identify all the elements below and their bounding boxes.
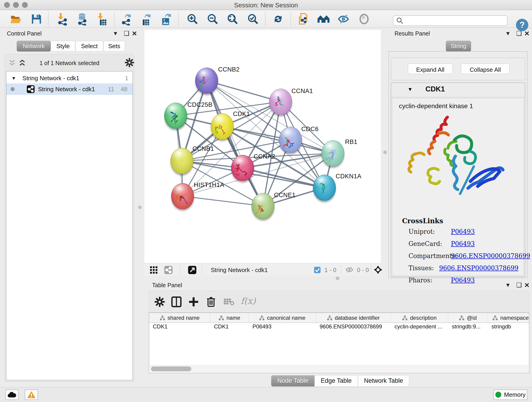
column-header-database-identifier[interactable]: database identifier [316,313,391,323]
export-image-button[interactable] [160,13,173,26]
warnings-button[interactable] [25,389,38,400]
zoom-in-button[interactable] [186,13,199,26]
expander-icon[interactable]: ▼ [408,86,413,92]
import-table-file-button[interactable] [96,13,109,26]
function-builder-icon[interactable]: f(x) [241,296,256,306]
panel-menu-icon[interactable]: ▼ [505,30,511,37]
node-ccna2[interactable] [231,155,254,181]
crosslink-value-link[interactable]: 9606.ENSP00000378699 [451,252,530,259]
vertical-splitter-handle[interactable] [383,151,387,154]
network-canvas[interactable]: CCNB2CCNA1CDC25BCDK1CDC6RB1CCNB1CCNA2CDK… [144,30,381,263]
crosslink-value-link[interactable]: P06493 [451,240,475,247]
tab-network[interactable]: Network [17,41,51,51]
import-network-file-button[interactable] [56,13,69,26]
panel-menu-icon[interactable]: ▼ [113,30,118,37]
table-cell[interactable]: P06493 [249,323,316,332]
crosslink-value-link[interactable]: 9606.ENSP00000378699 [439,264,519,272]
hidden-eye-icon[interactable] [345,266,354,274]
zoom-fit-button[interactable] [226,13,239,26]
zoom-selected-icon [247,13,259,25]
node-ccna1[interactable] [269,89,292,115]
node-hist1h1a[interactable] [171,183,194,209]
column-header-label: canonical name [267,315,305,321]
column-header-namespace[interactable]: namespace [488,313,529,323]
tab-style[interactable]: Style [51,41,75,51]
table-cell[interactable]: cyclin-dependent ... [391,323,448,332]
network-badge-gray-icon[interactable] [164,266,173,274]
vertical-splitter-handle[interactable] [138,206,142,209]
tab-node-table[interactable]: Node Table [271,375,315,387]
gear-icon[interactable] [125,58,134,67]
node-ccne1[interactable] [252,193,274,219]
crosslink-value-link[interactable]: P06493 [451,277,475,284]
tab-edge-table[interactable]: Edge Table [315,375,358,387]
zoom-out-button[interactable] [206,13,219,26]
add-column-icon[interactable] [189,297,199,307]
export-network-button[interactable] [120,13,133,26]
node-cdc25b[interactable] [164,103,187,129]
float-panel-icon[interactable]: ❑ [124,30,129,37]
column-header-name[interactable]: name [210,313,249,323]
tab-sets[interactable]: Sets [103,41,125,51]
first-neighbors-button[interactable] [317,13,330,26]
node-label-cdc6: CDC6 [301,126,319,133]
node-cdk1[interactable] [211,114,234,140]
collapse-all-button[interactable]: Collapse All [461,64,510,74]
birds-eye-toggle-icon[interactable] [374,265,383,274]
close-panel-icon[interactable]: ✕ [524,281,530,289]
node-rb1[interactable] [322,140,344,166]
node-ccnb2[interactable] [195,68,218,94]
open-in-new-window-icon[interactable] [188,266,196,274]
table-cell[interactable]: CDK1 [149,323,210,332]
float-panel-icon[interactable]: ❑ [516,281,522,289]
delete-column-icon[interactable] [206,296,216,307]
column-header-shared-name[interactable]: shared name [149,313,210,323]
show-hide-button[interactable] [337,13,350,26]
gear-icon[interactable] [155,297,165,307]
expander-icon[interactable]: ▼ [12,76,16,81]
panel-menu-icon[interactable]: ▼ [505,282,511,288]
open-session-button[interactable] [10,13,22,26]
node-ccnb1[interactable] [171,148,193,174]
tab-select[interactable]: Select [75,41,103,51]
apply-layout-button[interactable] [272,13,285,26]
expand-all-button[interactable]: Expand All [408,64,453,74]
selected-checkbox-icon[interactable] [314,267,321,274]
import-network-database-button[interactable] [76,13,89,26]
close-panel-icon[interactable]: ✕ [132,30,137,37]
delete-table-icon[interactable] [223,298,234,306]
select-columns-icon[interactable] [171,296,182,307]
table-cell[interactable]: stringdb [488,323,529,332]
show-graphics-details-button[interactable] [358,13,370,26]
search-input[interactable] [404,17,502,24]
network-collection-row[interactable]: ▼ String Network - cdk1 1 [6,73,133,83]
column-header-canonical-name[interactable]: canonical name [249,313,316,323]
zoom-selected-button[interactable] [247,13,259,26]
cdk1-section-header[interactable]: ▼ CDK1 [391,83,525,97]
cloud-button[interactable] [5,389,19,400]
export-table-button[interactable] [140,13,153,26]
memory-button[interactable]: Memory [494,389,527,400]
float-panel-icon[interactable]: ❑ [516,30,522,37]
table-row[interactable]: CDK1CDK1P064939606.ENSP00000378699cyclin… [149,323,529,332]
edge-CCNE1-HIST1H1A[interactable] [183,196,263,206]
table-cell[interactable]: stringdb:9... [448,323,488,332]
save-session-button[interactable] [30,13,43,26]
table-cell[interactable]: 9606.ENSP00000378699 [316,323,391,332]
node-cdkn1a[interactable] [313,175,336,201]
table-cell[interactable]: CDK1 [210,323,249,332]
tab-network-table[interactable]: Network Table [358,375,409,387]
clone-network-button[interactable] [297,13,310,26]
help-button[interactable]: ? [516,19,528,31]
crosslink-value-link[interactable]: P06493 [451,228,475,235]
column-header-description[interactable]: description [391,313,448,323]
tab-string[interactable]: String [446,41,471,51]
node-cdc6[interactable] [279,127,302,153]
scrollbar-thumb[interactable] [151,366,191,371]
close-panel-icon[interactable]: ✕ [524,30,530,37]
horizontal-scrollbar[interactable] [150,365,529,372]
horizontal-splitter-handle[interactable] [336,277,339,280]
column-header--id[interactable]: @id [448,313,488,323]
grid-mode-icon[interactable] [150,266,158,274]
network-row[interactable]: String Network - cdk1 11 48 [6,83,133,95]
